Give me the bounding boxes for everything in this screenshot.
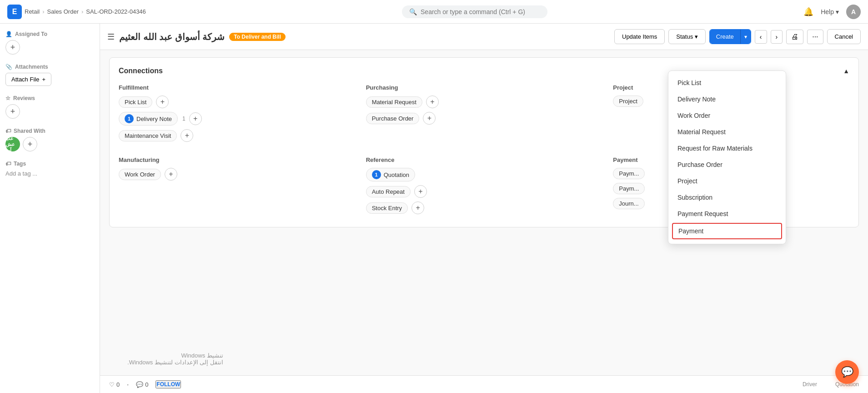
help-button[interactable]: Help ▾ bbox=[821, 8, 839, 15]
add-auto-repeat-button[interactable]: + bbox=[414, 185, 427, 198]
stock-entry-label: Stock Entry bbox=[372, 205, 402, 212]
app-icon[interactable]: E bbox=[7, 5, 22, 19]
delivery-note-tag[interactable]: 1 Delivery Note bbox=[119, 112, 178, 126]
dropdown-work-order[interactable]: Work Order bbox=[668, 107, 786, 124]
tags-icon: 🏷 bbox=[5, 161, 11, 167]
like-button[interactable]: ♡ 0 bbox=[109, 381, 120, 388]
attach-add-icon: + bbox=[42, 76, 45, 83]
top-navigation: E Retail › Sales Order › SAL-ORD-2022-04… bbox=[0, 0, 868, 24]
prev-button[interactable]: ‹ bbox=[755, 30, 767, 44]
add-material-request-button[interactable]: + bbox=[426, 96, 439, 108]
avatar[interactable]: A bbox=[846, 5, 861, 19]
delivery-note-label: Delivery Note bbox=[136, 116, 172, 122]
material-request-item: Material Request + bbox=[366, 96, 602, 108]
project-tag[interactable]: Project bbox=[613, 96, 643, 107]
dropdown-material-request[interactable]: Material Request bbox=[668, 124, 786, 140]
attachments-label: Attachments bbox=[15, 64, 48, 70]
add-pick-list-button[interactable]: + bbox=[156, 96, 169, 108]
journ-tag[interactable]: Journ... bbox=[613, 198, 644, 209]
breadcrumb-retail[interactable]: Retail bbox=[25, 8, 40, 15]
add-purchase-order-button[interactable]: + bbox=[423, 112, 436, 125]
pick-list-item: Pick List + bbox=[119, 96, 355, 108]
assigned-to-header: 👤 Assigned To bbox=[5, 31, 94, 37]
comment-button[interactable]: 💬 0 bbox=[136, 381, 148, 388]
work-order-tag[interactable]: Work Order bbox=[119, 169, 161, 180]
dropdown-payment[interactable]: Payment bbox=[672, 223, 782, 239]
reviews-header: ☆ Reviews bbox=[5, 95, 94, 101]
breadcrumb-doc[interactable]: SAL-ORD-2022-04346 bbox=[86, 8, 146, 15]
shared-icon: 🏷 bbox=[5, 128, 11, 134]
material-request-tag[interactable]: Material Request bbox=[366, 96, 422, 108]
sep1: › bbox=[42, 8, 44, 15]
add-assigned-button[interactable]: + bbox=[5, 40, 20, 55]
search-icon: 🔍 bbox=[409, 8, 417, 15]
shared-avatar[interactable]: عب عش آب bbox=[5, 137, 20, 151]
sidebar-toggle-icon[interactable]: ☰ bbox=[107, 32, 115, 42]
add-shared-button[interactable]: + bbox=[23, 137, 37, 151]
quotation-count: 1 bbox=[372, 170, 381, 179]
attach-file-button[interactable]: Attach File + bbox=[5, 73, 51, 86]
tags-header: 🏷 Tags bbox=[5, 161, 94, 167]
work-order-label: Work Order bbox=[125, 171, 155, 178]
status-button[interactable]: Status ▾ bbox=[668, 29, 705, 44]
assigned-to-section: 👤 Assigned To + bbox=[5, 31, 94, 55]
status-btn-label: Status bbox=[676, 33, 693, 40]
auto-repeat-tag[interactable]: Auto Repeat bbox=[366, 186, 411, 197]
add-stock-entry-button[interactable]: + bbox=[411, 202, 424, 214]
help-chevron-icon: ▾ bbox=[836, 8, 839, 15]
cancel-button[interactable]: Cancel bbox=[827, 29, 861, 44]
add-maintenance-button[interactable]: + bbox=[181, 129, 193, 142]
work-order-item: Work Order + bbox=[119, 168, 355, 181]
paym2-tag[interactable]: Paym... bbox=[613, 183, 645, 194]
chat-icon: 💬 bbox=[841, 366, 853, 378]
quotation-label: Quotation bbox=[384, 171, 409, 178]
page-title: شركة أسواق عبد الله العثيم bbox=[119, 31, 225, 42]
dropdown-project[interactable]: Project bbox=[668, 173, 786, 189]
bottom-bar: ♡ 0 · 💬 0 FOLLOW Driver Quotation bbox=[100, 375, 868, 393]
purchase-order-label: Purchase Order bbox=[372, 115, 414, 122]
status-badge: To Deliver and Bill bbox=[229, 33, 286, 41]
reference-section: Reference 1 Quotation Auto Repeat + bbox=[366, 156, 602, 218]
reviews-icon: ☆ bbox=[5, 95, 10, 101]
delivery-note-number: 1 bbox=[182, 116, 186, 122]
more-options-button[interactable]: ··· bbox=[807, 30, 823, 44]
search-input[interactable] bbox=[421, 8, 540, 15]
next-button[interactable]: › bbox=[771, 30, 783, 44]
breadcrumb-sales-order[interactable]: Sales Order bbox=[47, 8, 79, 15]
dropdown-request-raw-materials[interactable]: Request for Raw Materials bbox=[668, 140, 786, 156]
print-button[interactable]: 🖨 bbox=[786, 30, 803, 44]
dropdown-payment-request[interactable]: Payment Request bbox=[668, 206, 786, 222]
follow-button[interactable]: FOLLOW bbox=[156, 380, 181, 388]
material-request-label: Material Request bbox=[372, 99, 416, 106]
chat-bubble-button[interactable]: 💬 bbox=[835, 360, 859, 384]
create-button[interactable]: Create bbox=[710, 30, 740, 44]
add-delivery-note-button[interactable]: + bbox=[189, 112, 202, 125]
attach-file-row: Attach File + bbox=[5, 73, 94, 86]
assigned-to-label: Assigned To bbox=[15, 31, 47, 37]
nav-left: E Retail › Sales Order › SAL-ORD-2022-04… bbox=[7, 5, 146, 19]
pick-list-tag[interactable]: Pick List bbox=[119, 96, 152, 108]
add-review-button[interactable]: + bbox=[5, 104, 20, 119]
dropdown-purchase-order[interactable]: Purchase Order bbox=[668, 156, 786, 173]
stock-entry-tag[interactable]: Stock Entry bbox=[366, 202, 408, 214]
update-items-button[interactable]: Update Items bbox=[614, 29, 665, 44]
attachments-header: 📎 Attachments bbox=[5, 64, 94, 70]
bell-icon[interactable]: 🔔 bbox=[803, 7, 813, 17]
paym1-tag[interactable]: Paym... bbox=[613, 168, 645, 179]
quotation-tag[interactable]: 1 Quotation bbox=[366, 168, 415, 181]
auto-repeat-label: Auto Repeat bbox=[372, 188, 405, 195]
create-dropdown-arrow[interactable]: ▾ bbox=[740, 30, 751, 44]
attachment-icon: 📎 bbox=[5, 64, 12, 70]
add-tag-label[interactable]: Add a tag ... bbox=[5, 170, 37, 177]
dropdown-pick-list[interactable]: Pick List bbox=[668, 75, 786, 91]
collapse-icon[interactable]: ▲ bbox=[843, 67, 849, 75]
dropdown-subscription[interactable]: Subscription bbox=[668, 189, 786, 206]
maintenance-visit-tag[interactable]: Maintenance Visit bbox=[119, 130, 177, 141]
create-split-button: Create ▾ bbox=[709, 29, 751, 44]
purchase-order-item: Purchase Order + bbox=[366, 112, 602, 125]
search-bar[interactable]: 🔍 bbox=[402, 5, 547, 18]
add-work-order-button[interactable]: + bbox=[165, 168, 177, 181]
purchase-order-tag[interactable]: Purchase Order bbox=[366, 113, 420, 124]
delivery-note-count: 1 bbox=[125, 114, 134, 123]
dropdown-delivery-note[interactable]: Delivery Note bbox=[668, 91, 786, 107]
